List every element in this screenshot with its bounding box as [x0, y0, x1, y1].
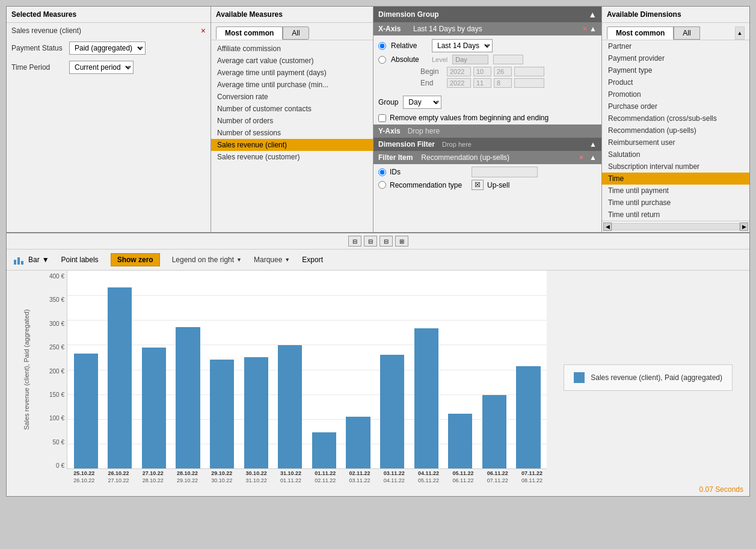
- ctrl-btn-4[interactable]: ⊞: [395, 236, 408, 247]
- legend-text: Sales revenue (client), Paid (aggregated…: [591, 373, 722, 382]
- payment-status-select[interactable]: Paid (aggregated) Unpaid All: [69, 41, 146, 55]
- point-labels-btn[interactable]: Point labels: [61, 256, 99, 264]
- end-extra[interactable]: [514, 78, 544, 88]
- dim-item[interactable]: Time until purchase: [602, 197, 749, 209]
- dim-item[interactable]: Reimbursement user: [602, 136, 749, 149]
- measure-item[interactable]: Average time until purchase (min...: [211, 79, 373, 91]
- export-btn[interactable]: Export: [302, 256, 323, 264]
- tab-dim-most-common[interactable]: Most common: [607, 26, 674, 40]
- relative-select[interactable]: Last 14 Days Last 7 Days Last 30 Days: [432, 39, 493, 52]
- tab-dim-all[interactable]: All: [674, 26, 699, 40]
- plot-area: [67, 271, 547, 469]
- dim-item[interactable]: Payment provider: [602, 52, 749, 64]
- measure-item[interactable]: Conversion rate: [211, 91, 373, 103]
- begin-extra[interactable]: [514, 67, 544, 76]
- dim-item[interactable]: Salutation: [602, 149, 749, 161]
- begin-day[interactable]: [494, 67, 512, 76]
- dim-item[interactable]: Time until payment: [602, 185, 749, 197]
- measure-item[interactable]: Average time until payment (days): [211, 67, 373, 79]
- absolute-radio[interactable]: [378, 56, 386, 64]
- dim-item[interactable]: Promotion: [602, 88, 749, 100]
- x-label-secondary: 08.11.22: [515, 477, 549, 485]
- dim-item[interactable]: Recommendation (up-sells): [602, 124, 749, 136]
- time-period-label: Time Period: [11, 63, 66, 72]
- bar-col: [104, 271, 137, 468]
- x-label-secondary: 04.11.22: [377, 477, 411, 485]
- ctrl-btn-1[interactable]: ⊟: [348, 236, 361, 247]
- absolute-row: Absolute Level: [378, 55, 597, 64]
- bar: [312, 432, 336, 468]
- show-zero-button[interactable]: Show zero: [111, 253, 160, 266]
- legend-on-right-btn[interactable]: Legend on the right ▼: [172, 256, 242, 264]
- filter-item-remove[interactable]: ×: [579, 153, 583, 162]
- end-month[interactable]: [473, 78, 491, 88]
- time-period-select-wrapper: Current period Last period: [69, 61, 134, 74]
- level-input[interactable]: [452, 55, 488, 64]
- marquee-btn[interactable]: Marquee ▼: [254, 256, 290, 264]
- dimension-filter-arrow[interactable]: ▲: [589, 140, 597, 149]
- available-dimensions-header: Available Dimensions: [602, 7, 749, 23]
- x-axis-remove[interactable]: ×: [583, 25, 587, 33]
- relative-radio[interactable]: [378, 42, 386, 50]
- selected-measures-panel: Selected Measures Sales revenue (client)…: [7, 7, 211, 232]
- dim-item[interactable]: Purchase order: [602, 100, 749, 112]
- scrollbar-track[interactable]: [612, 223, 740, 230]
- filter-item-arrow[interactable]: ▲: [589, 153, 597, 162]
- y-axis-value: Drop here: [401, 127, 597, 135]
- x-label-group: 27.10.2228.10.22: [136, 470, 170, 484]
- marquee-arrow[interactable]: ▼: [284, 257, 290, 263]
- ctrl-btn-3[interactable]: ⊟: [380, 236, 393, 247]
- bar: [482, 395, 506, 468]
- scroll-left-arrow[interactable]: ◀: [603, 222, 612, 231]
- arrow-up-icon[interactable]: ▲: [588, 10, 597, 19]
- x-label-primary: 03.11.22: [377, 470, 411, 477]
- begin-month[interactable]: [473, 67, 491, 76]
- time-period-select[interactable]: Current period Last period: [69, 61, 134, 74]
- ctrl-btn-2[interactable]: ⊟: [364, 236, 377, 247]
- dim-item[interactable]: Product: [602, 76, 749, 88]
- dim-scroll-up[interactable]: ▲: [735, 26, 745, 40]
- x-label-primary: 28.10.22: [170, 470, 204, 477]
- chart-type-arrow[interactable]: ▼: [42, 256, 49, 264]
- absolute-label: Absolute: [391, 55, 427, 64]
- tab-most-common[interactable]: Most common: [216, 26, 283, 40]
- dim-item-selected[interactable]: Time: [602, 173, 749, 185]
- rec-type-label: Recommendation type: [390, 181, 468, 189]
- dim-item[interactable]: Subscription interval number: [602, 161, 749, 173]
- legend-dropdown-arrow[interactable]: ▼: [236, 257, 242, 263]
- filter-details: IDs Recommendation type ☒ Up-sell: [373, 164, 601, 195]
- rec-type-radio[interactable]: [378, 181, 386, 189]
- x-axis-arrow-up[interactable]: ▲: [589, 25, 597, 33]
- x-label-primary: 06.11.22: [481, 470, 515, 477]
- ids-input[interactable]: [472, 167, 538, 177]
- measure-item[interactable]: Number of customer contacts: [211, 103, 373, 115]
- tab-all[interactable]: All: [283, 26, 309, 40]
- dim-item[interactable]: Recommendation (cross/sub-sells: [602, 112, 749, 124]
- scroll-right-arrow[interactable]: ▶: [740, 222, 748, 231]
- measure-item[interactable]: Number of sessions: [211, 127, 373, 139]
- remove-empty-checkbox[interactable]: [378, 114, 386, 122]
- measure-item[interactable]: Number of orders: [211, 115, 373, 127]
- level-extra[interactable]: [493, 55, 523, 64]
- bar-col: [70, 271, 102, 468]
- x-label-secondary: 07.11.22: [481, 477, 515, 485]
- main-container: Selected Measures Sales revenue (client)…: [6, 6, 750, 497]
- payment-status-item: Payment Status Paid (aggregated) Unpaid …: [7, 38, 211, 58]
- dim-item[interactable]: Time until return: [602, 209, 749, 221]
- end-year[interactable]: [447, 78, 471, 88]
- dim-item[interactable]: Payment type: [602, 64, 749, 76]
- filter-item-label: Filter Item: [378, 153, 413, 162]
- x-label-primary: 04.11.22: [411, 470, 446, 477]
- sales-revenue-remove[interactable]: ×: [201, 26, 206, 35]
- dim-item[interactable]: Partner: [602, 40, 749, 52]
- measure-item[interactable]: Average cart value (customer): [211, 55, 373, 67]
- measure-item[interactable]: Sales revenue (customer): [211, 151, 373, 163]
- measure-item-selected[interactable]: Sales revenue (client): [211, 139, 373, 151]
- begin-year[interactable]: [447, 67, 471, 76]
- measure-item[interactable]: Affiliate commission: [211, 43, 373, 55]
- bar: [380, 355, 404, 468]
- ids-radio[interactable]: [378, 168, 386, 176]
- group-select[interactable]: Day Week Month: [403, 96, 441, 109]
- y-axis-row: Y-Axis Drop here: [373, 124, 601, 138]
- end-day[interactable]: [494, 78, 512, 88]
